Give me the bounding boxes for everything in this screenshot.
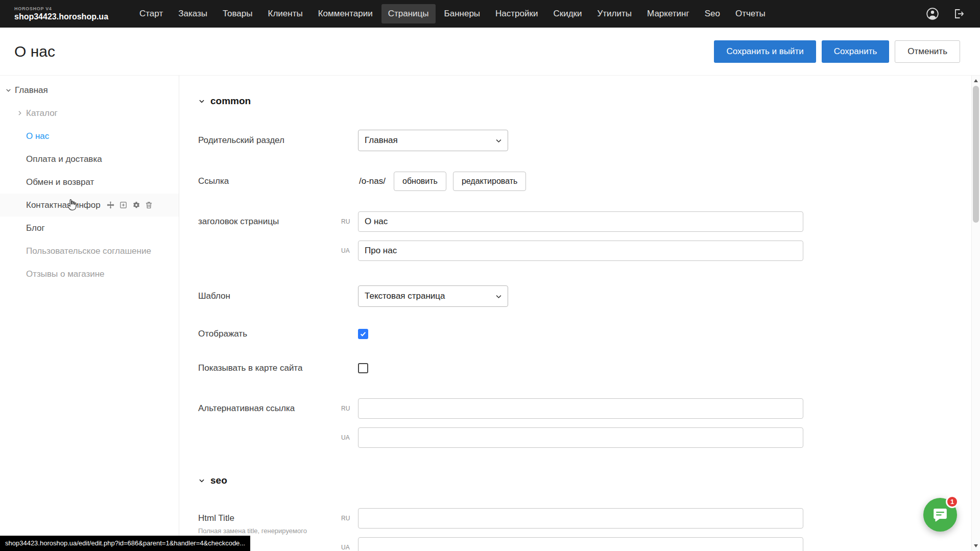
lang-badge-ua: UA — [341, 247, 358, 254]
gear-icon[interactable] — [132, 201, 140, 209]
brand-block[interactable]: HOROSHOP V4 shop34423.horoshop.ua — [0, 7, 128, 21]
lang-badge-ua: UA — [341, 434, 358, 441]
template-select[interactable]: Текстовая страница — [358, 285, 508, 307]
move-icon[interactable] — [106, 201, 115, 209]
tree-item-katalog[interactable]: Каталог — [0, 102, 179, 125]
scrollbar-thumb[interactable] — [973, 86, 979, 223]
check-icon — [360, 330, 367, 338]
html-title-ru-input[interactable] — [358, 508, 803, 529]
scroll-up-arrow[interactable] — [974, 79, 978, 82]
chevron-down-icon[interactable] — [5, 87, 12, 93]
save-and-exit-button[interactable]: Сохранить и выйти — [714, 40, 816, 63]
html-title-hint: Полная замена title, генерируемого — [198, 527, 341, 535]
page-title-label: заголовок страницы — [198, 211, 341, 227]
chat-unread-badge: 1 — [946, 495, 959, 508]
tree-item-label: О нас — [26, 131, 49, 141]
template-row: Шаблон Текстовая страница — [198, 285, 971, 307]
sitemap-label: Показывать в карте сайта — [198, 363, 341, 373]
nav-item-reports[interactable]: Отчеты — [729, 4, 772, 23]
link-value: /o-nas/ — [359, 176, 386, 186]
lang-badge-ua: UA — [341, 544, 358, 551]
parent-section-label: Родительский раздел — [198, 135, 341, 146]
main-nav: Старт Заказы Товары Клиенты Комментарии … — [133, 4, 772, 23]
logout-icon[interactable] — [952, 8, 965, 20]
section-seo[interactable]: seo — [198, 474, 971, 487]
add-icon[interactable] — [119, 201, 128, 209]
nav-item-orders[interactable]: Заказы — [172, 4, 214, 23]
tree-item-polzovatelskoe[interactable]: Пользовательское соглашение — [0, 239, 179, 262]
status-url-tooltip: shop34423.horoshop.ua/edit/edit.php?id=6… — [0, 536, 250, 551]
edit-link-button[interactable]: редактировать — [453, 172, 526, 191]
page-header: О нас Сохранить и выйти Сохранить Отмени… — [0, 28, 980, 76]
display-checkbox[interactable] — [358, 329, 368, 339]
tree-item-blog[interactable]: Блог — [0, 217, 179, 239]
html-title-row: Html Title Полная замена title, генериру… — [198, 508, 971, 551]
edit-form: common Родительский раздел Главная Ссылк… — [180, 76, 971, 551]
tree-item-label: Каталог — [26, 108, 58, 118]
link-label: Ссылка — [198, 176, 341, 186]
tree-item-label: Пользовательское соглашение — [26, 246, 151, 256]
nav-item-start[interactable]: Старт — [133, 4, 170, 23]
alt-link-row: Альтернативная ссылка RU UA — [198, 398, 971, 448]
nav-item-marketing[interactable]: Маркетинг — [640, 4, 696, 23]
vertical-scrollbar[interactable] — [971, 76, 980, 551]
chevron-right-icon[interactable] — [16, 110, 23, 116]
tree-item-label: Блог — [26, 223, 45, 233]
tree-item-label: Отзывы о магазине — [26, 269, 105, 279]
nav-item-utilities[interactable]: Утилиты — [591, 4, 639, 23]
chevron-down-icon — [198, 477, 205, 484]
brand-domain: shop34423.horoshop.ua — [14, 12, 128, 21]
tree-item-obmen[interactable]: Обмен и возврат — [0, 171, 179, 194]
topbar: HOROSHOP V4 shop34423.horoshop.ua Старт … — [0, 0, 980, 28]
alt-link-ua-input[interactable] — [358, 427, 803, 448]
tree-item-label: Контактная инфор — [26, 200, 101, 210]
nav-item-settings[interactable]: Настройки — [489, 4, 544, 23]
nav-item-banners[interactable]: Баннеры — [438, 4, 487, 23]
pages-tree-sidebar: Главная Каталог О нас Оплата и доставка … — [0, 76, 179, 551]
section-common-label: common — [210, 95, 251, 107]
template-value: Текстовая страница — [365, 291, 445, 301]
trash-icon[interactable] — [145, 201, 153, 209]
display-label: Отображать — [198, 328, 341, 339]
page-title-row: заголовок страницы RU UA — [198, 211, 971, 261]
tree-item-otzyvy[interactable]: Отзывы о магазине — [0, 262, 179, 285]
chevron-down-icon — [495, 137, 503, 145]
tree-item-glavnaya[interactable]: Главная — [0, 79, 179, 102]
lang-badge-ru: RU — [341, 515, 358, 522]
nav-item-products[interactable]: Товары — [216, 4, 259, 23]
page-title: О нас — [14, 43, 55, 60]
chevron-down-icon — [495, 293, 503, 300]
nav-item-discounts[interactable]: Скидки — [546, 4, 588, 23]
header-actions: Сохранить и выйти Сохранить Отменить — [714, 40, 960, 63]
alt-link-ru-input[interactable] — [358, 398, 803, 419]
nav-item-seo[interactable]: Seo — [698, 4, 727, 23]
tree-item-label: Обмен и возврат — [26, 177, 94, 187]
scroll-down-arrow[interactable] — [974, 544, 978, 547]
chat-bubble-icon — [932, 507, 948, 523]
link-row: Ссылка /o-nas/ обновить редактировать — [198, 172, 971, 191]
save-button[interactable]: Сохранить — [822, 40, 889, 63]
section-common[interactable]: common — [198, 95, 971, 107]
user-circle-icon[interactable] — [926, 7, 939, 20]
tree-item-oplata[interactable]: Оплата и доставка — [0, 148, 179, 171]
nav-item-clients[interactable]: Клиенты — [261, 4, 309, 23]
parent-section-select[interactable]: Главная — [358, 130, 508, 151]
refresh-link-button[interactable]: обновить — [394, 172, 446, 191]
lang-badge-ru: RU — [341, 405, 358, 412]
cancel-button[interactable]: Отменить — [895, 40, 960, 63]
topbar-right — [926, 7, 980, 20]
chat-widget-button[interactable]: 1 — [923, 498, 957, 532]
brand-version: HOROSHOP V4 — [14, 7, 128, 12]
template-label: Шаблон — [198, 291, 341, 301]
tree-item-label: Главная — [15, 85, 48, 95]
sitemap-checkbox[interactable] — [358, 363, 368, 373]
page-title-ru-input[interactable] — [358, 211, 803, 232]
nav-item-comments[interactable]: Комментарии — [312, 4, 379, 23]
page-title-ua-input[interactable] — [358, 241, 803, 261]
nav-item-pages[interactable]: Страницы — [381, 4, 436, 23]
display-row: Отображать — [198, 328, 971, 339]
tree-item-kontaktnaya[interactable]: Контактная инфор — [0, 194, 179, 217]
chevron-down-icon — [198, 98, 205, 105]
html-title-ua-input[interactable] — [358, 537, 803, 551]
tree-item-o-nas[interactable]: О нас — [0, 125, 179, 148]
